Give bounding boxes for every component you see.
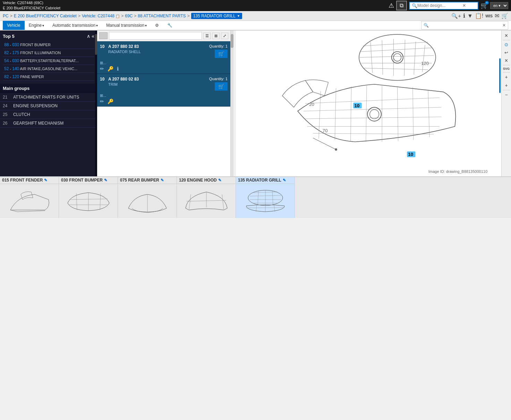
tab-search-close[interactable]: ✕ xyxy=(500,22,508,29)
tab-search-input[interactable] xyxy=(431,22,500,29)
info-tool[interactable]: ℹ xyxy=(463,12,465,19)
thumb-015-edit[interactable]: ✎ xyxy=(44,178,47,183)
rt-undo-btn[interactable]: ↩ xyxy=(502,49,511,56)
cart-button[interactable]: 🛒+ xyxy=(480,2,488,9)
top5-collapse-left[interactable]: « xyxy=(92,33,94,39)
thumb-030-edit[interactable]: ✎ xyxy=(104,178,107,183)
tab-engine[interactable]: Engine ▾ xyxy=(25,21,48,30)
svg-text:20: 20 xyxy=(309,102,314,107)
doc-tool[interactable]: 📋! xyxy=(475,12,483,19)
svg-line-59 xyxy=(272,191,273,205)
thumb-015-img xyxy=(0,184,59,218)
main-group-25[interactable]: 25 CLUTCH xyxy=(0,110,97,119)
tab-auto-trans[interactable]: Automatic transmission ▾ xyxy=(48,21,102,30)
breadcrumb-group[interactable]: 88 ATTACHMENT PARTS xyxy=(138,14,186,18)
part-pos-1: 10 xyxy=(100,44,106,49)
part-footer-2: ⊞... ✏ 🔑 xyxy=(97,93,230,106)
sidebar-top5-header: Top 5 ∧ « xyxy=(3,33,94,39)
tab-vehicle[interactable]: Vehicle xyxy=(3,21,25,30)
tab-manual-trans[interactable]: Manual transmission ▾ xyxy=(102,21,151,30)
parts-panel-wrapper: ☰ ⊞ ⤢ 10 A 207 880 32 83 RADIATOR SHELL … xyxy=(97,31,236,176)
parts-scrollbar-thumb xyxy=(231,34,233,48)
breadcrumb-dropdown-icon: ▼ xyxy=(237,14,240,18)
svg-line-63 xyxy=(274,205,275,212)
thumb-015-svg xyxy=(7,189,52,213)
rt-svg-btn[interactable]: SVG xyxy=(502,66,511,72)
grill-bottom xyxy=(298,84,455,142)
zoom-tool[interactable]: 🔍+ xyxy=(451,13,461,19)
model-search-box[interactable]: 🔍 ✕ xyxy=(409,2,478,10)
svg-line-61 xyxy=(256,205,257,212)
thumb-120-edit[interactable]: ✎ xyxy=(218,178,221,183)
thumb-135-edit[interactable]: ✎ xyxy=(283,178,286,183)
breadcrumb-pc[interactable]: PC xyxy=(3,14,9,18)
thumb-120[interactable]: 120 ENGINE HOOD ✎ xyxy=(177,177,236,218)
tab-search-btn[interactable]: 🔍 xyxy=(421,22,431,29)
top5-item-5[interactable]: 82 - 120 PANE WIPER xyxy=(3,73,94,81)
svg-line-5 xyxy=(364,68,428,69)
breadcrumb-variant[interactable]: 69C xyxy=(125,14,133,18)
svg-line-29 xyxy=(313,138,336,149)
sidebar: Top 5 ∧ « 88 - 030 FRONT BUMPER 82 - 175… xyxy=(0,31,97,176)
warning-button[interactable]: ⚠ xyxy=(389,2,394,9)
part-key-2[interactable]: 🔑 xyxy=(108,99,113,104)
rt-zoom-out-btn[interactable]: − xyxy=(502,91,511,99)
thumb-030[interactable]: 030 FRONT BUMPER ✎ xyxy=(59,177,118,218)
parts-list-view[interactable]: ☰ xyxy=(203,33,211,39)
parts-search-input[interactable] xyxy=(109,32,202,40)
breadcrumb-subgroup[interactable]: 135 RADIATOR GRILL ▼ xyxy=(191,13,242,19)
thumb-135[interactable]: 135 RADIATOR GRILL ✎ xyxy=(236,177,295,218)
thumb-075[interactable]: 075 REAR BUMPER ✎ xyxy=(118,177,177,218)
main-group-21[interactable]: 21 ATTACHMENT PARTS FOR UNITS xyxy=(0,93,97,102)
thumb-135-img xyxy=(236,184,295,218)
part-edit-1[interactable]: ✏ xyxy=(100,66,104,72)
wis-tool[interactable]: WIS xyxy=(485,14,493,18)
language-select[interactable]: en ▾ xyxy=(490,2,508,9)
top5-collapse-up[interactable]: ∧ xyxy=(87,33,90,39)
thumb-075-header: 075 REAR BUMPER ✎ xyxy=(118,177,177,184)
parts-scrollbar[interactable] xyxy=(231,31,233,176)
svg-line-57 xyxy=(258,191,258,205)
main-group-26[interactable]: 26 GEARSHIFT MECHANISM xyxy=(0,119,97,128)
filter-tool[interactable]: ▼ xyxy=(467,13,473,19)
thumb-075-img xyxy=(118,184,177,218)
model-search-close[interactable]: ✕ xyxy=(462,3,466,8)
part-code-1: A 207 880 32 83 xyxy=(108,44,207,49)
part-table-label-1: ⊞... xyxy=(100,61,228,65)
rt-close-btn[interactable]: ✕ xyxy=(502,32,511,39)
main-group-24[interactable]: 24 ENGINE SUSPENSION xyxy=(0,102,97,110)
part-footer-1: ⊞... ✏ 🔑 ℹ xyxy=(97,61,230,74)
top5-item-2[interactable]: 82 - 175 FRONT ILLUMINATION xyxy=(3,49,94,57)
rt-zoom-in-2-btn[interactable]: + xyxy=(502,82,511,89)
svg-line-3 xyxy=(360,56,434,58)
part-edit-2[interactable]: ✏ xyxy=(100,99,104,104)
tab-tools-icon[interactable]: 🔧 xyxy=(163,21,177,30)
breadcrumb-vehicle[interactable]: Vehicle: C207448 📋 xyxy=(82,14,120,18)
parts-expand-view[interactable]: ⤢ xyxy=(221,33,228,39)
add-to-cart-1[interactable]: 🛒 xyxy=(215,50,228,58)
parts-grid-view[interactable]: ⊞ xyxy=(212,33,220,39)
thumb-015[interactable]: 015 FRONT FENDER ✎ xyxy=(0,177,59,218)
rt-circle-btn[interactable]: ⊙ xyxy=(502,41,511,48)
copy-button[interactable]: ⧉ xyxy=(396,1,407,10)
top5-item-1[interactable]: 88 - 030 FRONT BUMPER xyxy=(3,41,94,49)
part-name-2: TRIM xyxy=(108,82,207,86)
thumb-030-label: 030 FRONT BUMPER xyxy=(61,178,103,183)
thumb-075-edit[interactable]: ✎ xyxy=(161,178,164,183)
svg-line-22 xyxy=(366,86,367,142)
svg-line-14 xyxy=(305,98,440,103)
cart-tool[interactable]: 🛒 xyxy=(501,12,508,19)
part-key-1[interactable]: 🔑 xyxy=(108,66,113,72)
tab-settings-icon[interactable]: ⚙ xyxy=(151,21,163,30)
add-to-cart-2[interactable]: 🛒 xyxy=(215,82,228,91)
mail-tool[interactable]: ✉ xyxy=(495,12,499,19)
top5-item-4[interactable]: 52 - 140 AIR INTAKE,GASOLINE VEHIC... xyxy=(3,65,94,73)
model-search-input[interactable] xyxy=(417,3,462,8)
rt-zoom-in-btn[interactable]: + xyxy=(502,73,511,81)
rt-cross-btn[interactable]: ✕ xyxy=(502,57,511,64)
svg-line-18 xyxy=(313,133,434,134)
thumb-120-label: 120 ENGINE HOOD xyxy=(179,178,217,183)
top5-item-3[interactable]: 54 - 030 BATTERY,STARTER/ALTERNAT... xyxy=(3,57,94,65)
part-info-btn-1[interactable]: ℹ xyxy=(117,66,119,72)
breadcrumb-model[interactable]: E 200 BlueEFFICIENCY Cabriolet xyxy=(14,14,77,18)
